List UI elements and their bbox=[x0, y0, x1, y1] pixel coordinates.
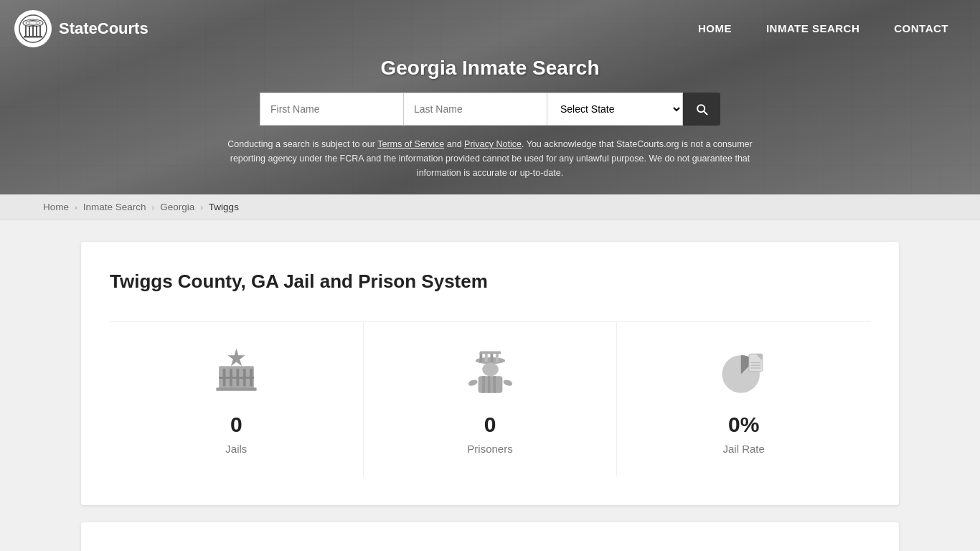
svg-rect-17 bbox=[219, 377, 254, 379]
rate-icon bbox=[715, 344, 773, 401]
svg-point-31 bbox=[502, 378, 513, 387]
svg-rect-22 bbox=[490, 352, 493, 362]
svg-rect-29 bbox=[493, 376, 496, 392]
prisoners-stat: 0 Prisoners bbox=[364, 322, 618, 476]
jails-count: 0 bbox=[230, 413, 242, 437]
site-name: StateCourts bbox=[59, 19, 149, 38]
svg-point-30 bbox=[467, 378, 478, 387]
stats-row: 0 Jails bbox=[110, 321, 870, 476]
nav-links: HOME INMATE SEARCH CONTACT bbox=[681, 2, 966, 55]
stats-card: Twiggs County, GA Jail and Prison System bbox=[81, 242, 899, 505]
breadcrumb-inmate-search[interactable]: Inmate Search bbox=[83, 202, 146, 212]
breadcrumb: Home › Inmate Search › Georgia › Twiggs bbox=[0, 194, 980, 220]
site-logo[interactable]: StateCourts bbox=[14, 10, 149, 47]
search-bar: Select StateAlabamaAlaskaArizonaArkansas… bbox=[0, 93, 980, 126]
state-select[interactable]: Select StateAlabamaAlaskaArizonaArkansas… bbox=[547, 93, 683, 126]
svg-point-3 bbox=[29, 22, 37, 24]
svg-rect-4 bbox=[25, 26, 27, 36]
info-card: How Does Twiggs County Inmate Search Wor… bbox=[81, 522, 899, 551]
breadcrumb-current: Twiggs bbox=[209, 202, 239, 212]
nav-contact[interactable]: CONTACT bbox=[877, 2, 966, 55]
svg-rect-8 bbox=[39, 26, 41, 36]
svg-rect-20 bbox=[479, 352, 482, 362]
header: StateCourts HOME INMATE SEARCH CONTACT G… bbox=[0, 0, 980, 194]
disclaimer-and: and bbox=[444, 139, 464, 149]
nav-inmate-search[interactable]: INMATE SEARCH bbox=[749, 2, 877, 55]
svg-rect-5 bbox=[29, 26, 30, 36]
stats-card-title: Twiggs County, GA Jail and Prison System bbox=[110, 270, 870, 293]
jail-rate-stat: 0% Jail Rate bbox=[617, 322, 870, 476]
navbar: StateCourts HOME INMATE SEARCH CONTACT bbox=[0, 0, 980, 57]
logo-icon bbox=[14, 10, 52, 47]
last-name-input[interactable] bbox=[403, 93, 547, 126]
disclaimer: Conducting a search is subject to our Te… bbox=[210, 137, 770, 180]
page-title: Georgia Inmate Search bbox=[0, 57, 980, 80]
jails-stat: 0 Jails bbox=[110, 322, 364, 476]
prisoner-icon bbox=[461, 344, 519, 401]
jails-label: Jails bbox=[225, 443, 247, 455]
breadcrumb-home[interactable]: Home bbox=[43, 202, 69, 212]
search-button[interactable] bbox=[683, 93, 720, 126]
svg-rect-7 bbox=[36, 26, 37, 36]
svg-rect-23 bbox=[496, 352, 499, 362]
prisoners-label: Prisoners bbox=[467, 443, 512, 455]
first-name-input[interactable] bbox=[260, 93, 403, 126]
terms-link[interactable]: Terms of Service bbox=[377, 139, 444, 149]
jail-rate-value: 0% bbox=[728, 413, 759, 437]
search-section: Georgia Inmate Search Select StateAlabam… bbox=[0, 57, 980, 194]
jail-rate-label: Jail Rate bbox=[723, 443, 765, 455]
svg-rect-18 bbox=[216, 387, 256, 391]
prisoners-count: 0 bbox=[484, 413, 496, 437]
svg-rect-28 bbox=[487, 376, 490, 392]
svg-point-25 bbox=[482, 362, 499, 376]
search-icon bbox=[694, 102, 709, 116]
svg-rect-21 bbox=[485, 352, 488, 362]
breadcrumb-sep-3: › bbox=[200, 203, 203, 212]
svg-point-2 bbox=[26, 20, 40, 25]
svg-rect-6 bbox=[32, 26, 34, 36]
svg-rect-27 bbox=[482, 376, 485, 392]
svg-rect-24 bbox=[479, 351, 501, 354]
privacy-link[interactable]: Privacy Notice bbox=[464, 139, 522, 149]
svg-marker-10 bbox=[227, 348, 245, 365]
breadcrumb-sep-1: › bbox=[75, 203, 77, 212]
main-content: Twiggs County, GA Jail and Prison System bbox=[67, 242, 913, 551]
disclaimer-text-before: Conducting a search is subject to our bbox=[227, 139, 377, 149]
jail-icon bbox=[207, 344, 265, 401]
nav-home[interactable]: HOME bbox=[681, 2, 749, 55]
svg-rect-9 bbox=[24, 36, 42, 38]
breadcrumb-state[interactable]: Georgia bbox=[160, 202, 194, 212]
breadcrumb-sep-2: › bbox=[151, 203, 154, 212]
